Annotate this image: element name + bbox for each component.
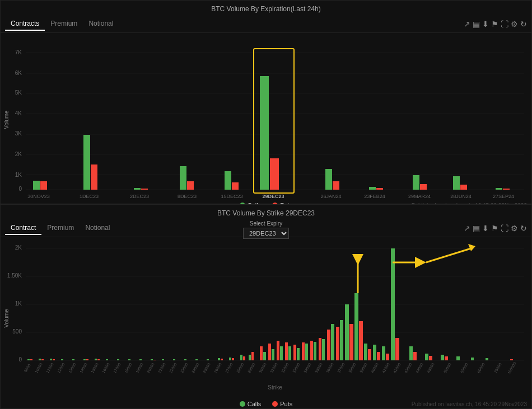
- refresh-icon-bottom[interactable]: ↻: [520, 224, 527, 233]
- svg-text:7K: 7K: [15, 49, 22, 55]
- svg-rect-75: [288, 346, 291, 360]
- svg-text:0: 0: [18, 356, 22, 363]
- svg-text:19000: 19000: [135, 362, 144, 373]
- svg-rect-48: [97, 359, 100, 360]
- svg-text:3K: 3K: [15, 130, 22, 137]
- tab-notional-bottom[interactable]: Notional: [80, 222, 115, 235]
- svg-rect-86: [336, 327, 339, 360]
- expiry-control: Select Expiry 29DEC23 1DEC23 8DEC23 15DE…: [243, 220, 289, 239]
- svg-rect-108: [486, 358, 488, 360]
- share-icon-bottom[interactable]: ↗: [464, 224, 470, 233]
- download-icon[interactable]: ⬇: [482, 20, 489, 29]
- tab-premium[interactable]: Premium: [45, 17, 83, 31]
- bottom-y-axis-label: Volume: [3, 309, 10, 328]
- camera-icon[interactable]: ▤: [473, 20, 480, 29]
- svg-rect-41: [50, 359, 52, 360]
- bar-26jan24-puts: [333, 181, 339, 190]
- svg-rect-39: [39, 359, 41, 360]
- svg-rect-96: [382, 346, 385, 360]
- svg-text:17000: 17000: [113, 362, 122, 373]
- svg-text:38000: 38000: [348, 362, 357, 373]
- svg-rect-84: [327, 330, 330, 360]
- svg-rect-94: [373, 345, 376, 360]
- tab-premium-bottom[interactable]: Premium: [41, 222, 80, 235]
- svg-text:60000: 60000: [477, 362, 486, 373]
- svg-text:37000: 37000: [337, 362, 346, 373]
- svg-text:35000: 35000: [314, 362, 323, 373]
- svg-rect-91: [359, 321, 363, 360]
- svg-text:25000: 25000: [202, 362, 211, 373]
- svg-text:28JUN24: 28JUN24: [450, 194, 472, 198]
- svg-rect-44: [72, 359, 74, 360]
- bottom-calls-dot: [240, 401, 245, 407]
- svg-rect-82: [319, 338, 321, 360]
- svg-rect-76: [293, 345, 296, 360]
- svg-text:75000: 75000: [493, 362, 502, 373]
- svg-rect-52: [139, 359, 142, 360]
- svg-text:13000: 13000: [68, 362, 77, 373]
- svg-rect-60: [218, 358, 220, 360]
- svg-text:55000: 55000: [460, 362, 469, 373]
- settings-icon[interactable]: ⚙: [511, 20, 518, 29]
- svg-rect-46: [86, 359, 88, 360]
- svg-text:18000: 18000: [124, 362, 133, 373]
- bottom-x-axis-label: Strike: [268, 384, 282, 391]
- svg-rect-102: [425, 354, 428, 360]
- svg-rect-40: [41, 359, 44, 360]
- bottom-published-text: Published on laevitas.ch, 16:45:20 29Nov…: [412, 401, 527, 407]
- tab-notional[interactable]: Notional: [83, 17, 119, 31]
- bottom-legend-puts: Puts: [272, 401, 292, 407]
- bar-1dec23-calls: [83, 135, 90, 190]
- arrow-diagonal: [426, 248, 471, 262]
- top-chart-svg-wrapper: Volume 7K 6K 5K 4K 3K 2K 1K 0 30NOV23: [1, 33, 531, 211]
- svg-text:29000: 29000: [247, 362, 256, 373]
- download-icon-bottom[interactable]: ⬇: [482, 224, 489, 233]
- svg-text:5000: 5000: [24, 363, 31, 373]
- top-chart-svg: Volume 7K 6K 5K 4K 3K 2K 1K 0 30NOV23: [1, 33, 532, 198]
- svg-text:1.50K: 1.50K: [7, 272, 22, 279]
- bar-2dec23-calls: [134, 188, 141, 190]
- svg-text:23000: 23000: [180, 362, 189, 373]
- svg-rect-81: [314, 342, 316, 360]
- svg-rect-71: [272, 349, 274, 360]
- svg-rect-59: [207, 359, 209, 360]
- svg-text:22000: 22000: [169, 362, 178, 373]
- bookmark-icon[interactable]: ⚑: [491, 20, 498, 29]
- bar-23feb24-calls: [369, 187, 376, 190]
- svg-text:15DEC23: 15DEC23: [221, 194, 242, 198]
- svg-text:32000: 32000: [281, 362, 290, 373]
- svg-text:14000: 14000: [79, 362, 88, 373]
- bar-29dec23-calls: [260, 76, 269, 190]
- fullscreen-icon[interactable]: ⛶: [501, 20, 508, 29]
- svg-rect-78: [302, 342, 305, 360]
- camera-icon-bottom[interactable]: ▤: [473, 224, 480, 233]
- refresh-icon[interactable]: ↻: [520, 20, 527, 29]
- svg-rect-85: [331, 324, 334, 360]
- svg-rect-63: [232, 358, 234, 360]
- tab-contract[interactable]: Contract: [5, 222, 41, 235]
- svg-rect-64: [240, 355, 242, 360]
- bottom-puts-label: Puts: [280, 401, 292, 407]
- svg-rect-99: [395, 338, 399, 360]
- svg-text:23FEB24: 23FEB24: [364, 194, 385, 198]
- svg-text:27000: 27000: [225, 362, 234, 373]
- bottom-chart-panel: BTC Volume By Strike 29DEC23 Contract Pr…: [0, 204, 532, 409]
- svg-text:24000: 24000: [191, 362, 200, 373]
- bar-15dec23-puts: [232, 182, 239, 190]
- svg-text:29MAR24: 29MAR24: [408, 194, 431, 198]
- svg-rect-109: [510, 359, 513, 360]
- share-icon[interactable]: ↗: [464, 20, 470, 29]
- svg-rect-70: [268, 344, 271, 360]
- bookmark-icon-bottom[interactable]: ⚑: [491, 224, 498, 233]
- fullscreen-icon-bottom[interactable]: ⛶: [501, 224, 508, 233]
- svg-rect-67: [249, 355, 251, 360]
- svg-text:1K: 1K: [15, 172, 22, 178]
- svg-rect-62: [229, 358, 231, 360]
- bottom-chart-svg: Volume 2K 1.50K 1K 500 0: [1, 237, 532, 397]
- tab-contracts[interactable]: Contracts: [5, 17, 45, 31]
- settings-icon-bottom[interactable]: ⚙: [511, 224, 518, 233]
- svg-rect-50: [117, 359, 119, 360]
- svg-rect-92: [364, 344, 367, 360]
- svg-rect-101: [413, 352, 417, 360]
- arrow-right: [415, 257, 426, 268]
